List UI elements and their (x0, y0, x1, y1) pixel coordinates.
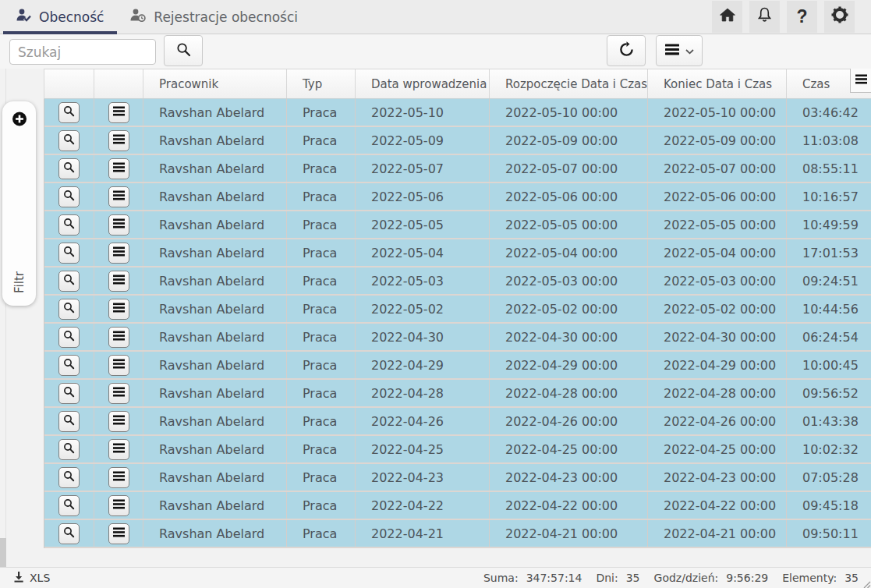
table-row[interactable]: Ravshan AbelardPraca2022-05-042022-05-04… (44, 239, 871, 267)
table-row[interactable]: Ravshan AbelardPraca2022-04-252022-04-25… (44, 436, 871, 464)
row-details-button[interactable] (58, 102, 80, 123)
row-menu-button[interactable] (108, 439, 129, 460)
table-row[interactable]: Ravshan AbelardPraca2022-05-052022-05-05… (44, 211, 871, 239)
table-row[interactable]: Ravshan AbelardPraca2022-05-032022-05-03… (44, 267, 871, 296)
home-button[interactable] (712, 1, 742, 33)
view-menu-button[interactable] (656, 35, 703, 66)
row-details-button[interactable] (58, 439, 80, 460)
row-details-button[interactable] (58, 523, 80, 544)
row-view-cell (44, 127, 94, 154)
cell-start: 2022-04-23 00:00 (490, 464, 648, 491)
row-details-button[interactable] (58, 214, 80, 236)
column-menu-button[interactable] (850, 69, 871, 93)
table-row[interactable]: Ravshan AbelardPraca2022-04-282022-04-28… (44, 380, 871, 408)
table-row[interactable]: Ravshan AbelardPraca2022-04-212022-04-21… (44, 520, 871, 548)
row-menu-button[interactable] (108, 158, 129, 179)
column-header-label: Typ (303, 77, 322, 91)
row-details-button[interactable] (58, 383, 80, 404)
export-xls-button[interactable]: XLS (13, 571, 50, 585)
row-details-button[interactable] (58, 299, 80, 320)
hamburger-icon (113, 162, 125, 175)
stat-value: 347:57:14 (526, 572, 582, 584)
notifications-button[interactable] (749, 1, 780, 33)
row-details-button[interactable] (58, 271, 80, 292)
row-details-button[interactable] (58, 355, 80, 376)
resize-grip[interactable] (862, 579, 871, 588)
table-row[interactable]: Ravshan AbelardPraca2022-04-262022-04-26… (44, 408, 871, 436)
cell-duration: 17:01:53 (787, 239, 871, 266)
tab-obecnosc[interactable]: Obecność (3, 0, 117, 34)
column-header-koniec-data-i-czas[interactable]: Koniec Data i Czas (648, 69, 787, 98)
scrollbar-fragment[interactable] (0, 538, 6, 567)
search-button[interactable] (164, 35, 203, 66)
row-view-cell (44, 183, 94, 210)
cell-start: 2022-05-03 00:00 (490, 267, 648, 294)
row-menu-button[interactable] (108, 186, 129, 207)
row-details-button[interactable] (58, 186, 80, 207)
cell-start: 2022-05-04 00:00 (490, 239, 648, 266)
cell-employee: Ravshan Abelard (143, 296, 287, 322)
cell-end: 2022-04-22 00:00 (648, 492, 787, 519)
table-row[interactable]: Ravshan AbelardPraca2022-04-292022-04-29… (44, 352, 871, 380)
row-view-cell (44, 155, 94, 182)
hamburger-icon (113, 415, 125, 427)
row-menu-button[interactable] (108, 130, 129, 151)
row-details-button[interactable] (58, 158, 80, 179)
row-details-button[interactable] (58, 467, 80, 488)
row-details-button[interactable] (58, 411, 80, 432)
cell-entry-date: 2022-05-07 (356, 155, 490, 182)
search-input[interactable] (9, 39, 156, 65)
row-details-button[interactable] (58, 327, 80, 348)
row-menu-button[interactable] (108, 383, 129, 404)
cell-start: 2022-04-22 00:00 (490, 492, 648, 519)
cell-duration: 10:16:57 (787, 183, 871, 210)
table-row[interactable]: Ravshan AbelardPraca2022-05-062022-05-06… (44, 183, 871, 211)
table-row[interactable]: Ravshan AbelardPraca2022-05-092022-05-09… (44, 127, 871, 155)
row-menu-cell (94, 267, 143, 294)
chevron-down-icon (685, 45, 694, 57)
top-tab-bar: Obecność Rejestracje obecności (0, 0, 871, 34)
magnifier-icon (63, 442, 75, 456)
tab-label: Rejestracje obecności (154, 9, 298, 25)
row-menu-button[interactable] (108, 243, 129, 264)
column-header-typ[interactable]: Typ (287, 69, 356, 98)
row-menu-button[interactable] (108, 523, 129, 544)
cell-entry-date: 2022-04-28 (356, 380, 490, 406)
help-button[interactable]: ? (787, 1, 817, 33)
magnifier-icon (63, 302, 75, 316)
row-menu-button[interactable] (108, 495, 129, 516)
column-header-data-wprowadzenia[interactable]: Data wprowadzenia (356, 69, 490, 98)
cell-end: 2022-04-30 00:00 (648, 324, 787, 350)
menu-icon (665, 44, 679, 58)
cell-start: 2022-05-10 00:00 (490, 99, 648, 126)
table-row[interactable]: Ravshan AbelardPraca2022-04-232022-04-23… (44, 464, 871, 492)
settings-button[interactable] (824, 1, 855, 33)
row-menu-button[interactable] (108, 102, 129, 123)
row-menu-button[interactable] (108, 411, 129, 432)
row-menu-button[interactable] (108, 355, 129, 376)
table-row[interactable]: Ravshan AbelardPraca2022-05-102022-05-10… (44, 99, 871, 127)
cell-duration: 07:05:28 (787, 464, 871, 491)
table-row[interactable]: Ravshan AbelardPraca2022-04-302022-04-30… (44, 324, 871, 352)
table-row[interactable]: Ravshan AbelardPraca2022-04-222022-04-22… (44, 492, 871, 520)
column-header-pracownik[interactable]: Pracownik (143, 69, 287, 98)
row-details-button[interactable] (58, 130, 80, 151)
row-menu-button[interactable] (108, 327, 129, 348)
row-menu-cell (94, 436, 143, 462)
row-menu-button[interactable] (108, 214, 129, 236)
row-menu-button[interactable] (108, 271, 129, 292)
row-menu-button[interactable] (108, 299, 129, 320)
refresh-button[interactable] (607, 35, 646, 66)
table-row[interactable]: Ravshan AbelardPraca2022-05-022022-05-02… (44, 296, 871, 324)
row-menu-button[interactable] (108, 467, 129, 488)
filter-panel[interactable]: Filtr (2, 101, 36, 306)
cell-type: Praca (287, 324, 356, 350)
row-details-button[interactable] (58, 243, 80, 264)
status-bar: XLS Suma:347:57:14Dni:35Godz/dzień:9:56:… (0, 567, 871, 588)
tab-rejestracje-obecnosci[interactable]: Rejestracje obecności (117, 0, 311, 34)
add-filter-button[interactable] (12, 112, 27, 126)
row-details-button[interactable] (58, 495, 80, 516)
table-row[interactable]: Ravshan AbelardPraca2022-05-072022-05-07… (44, 155, 871, 183)
column-header-rozpoczęcie-data-i-czas[interactable]: Rozpoczęcie Data i Czas (490, 69, 648, 98)
cell-employee: Ravshan Abelard (143, 211, 287, 238)
